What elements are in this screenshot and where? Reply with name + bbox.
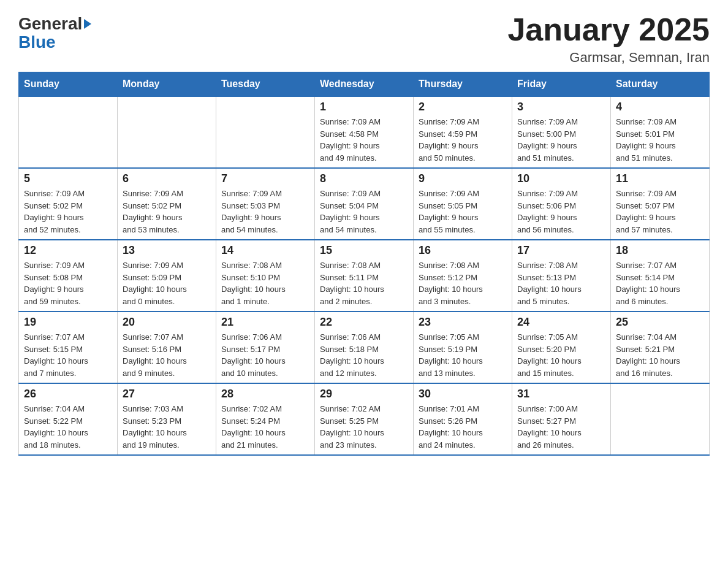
calendar-cell: 21Sunrise: 7:06 AM Sunset: 5:17 PM Dayli…	[216, 312, 315, 383]
calendar-cell	[216, 96, 315, 168]
calendar-cell: 23Sunrise: 7:05 AM Sunset: 5:19 PM Dayli…	[414, 312, 512, 383]
day-number: 4	[616, 101, 704, 113]
day-info: Sunrise: 7:09 AM Sunset: 5:07 PM Dayligh…	[616, 188, 704, 236]
page-header: General Blue January 2025 Garmsar, Semna…	[18, 12, 710, 66]
calendar-cell	[611, 383, 710, 455]
day-number: 13	[123, 244, 211, 257]
calendar-cell: 6Sunrise: 7:09 AM Sunset: 5:02 PM Daylig…	[118, 168, 216, 240]
day-info: Sunrise: 7:02 AM Sunset: 5:24 PM Dayligh…	[221, 403, 309, 451]
calendar-cell: 16Sunrise: 7:08 AM Sunset: 5:12 PM Dayli…	[414, 240, 512, 312]
calendar-cell: 11Sunrise: 7:09 AM Sunset: 5:07 PM Dayli…	[611, 168, 710, 240]
day-info: Sunrise: 7:01 AM Sunset: 5:26 PM Dayligh…	[419, 403, 507, 451]
calendar-week-row: 12Sunrise: 7:09 AM Sunset: 5:08 PM Dayli…	[19, 240, 710, 312]
calendar-cell: 30Sunrise: 7:01 AM Sunset: 5:26 PM Dayli…	[414, 383, 512, 455]
day-number: 16	[419, 244, 507, 257]
logo-general: General	[18, 15, 82, 33]
day-info: Sunrise: 7:07 AM Sunset: 5:16 PM Dayligh…	[123, 331, 211, 379]
day-number: 17	[517, 244, 605, 257]
day-number: 30	[419, 388, 507, 400]
logo-triangle-icon	[84, 19, 91, 29]
calendar-cell: 5Sunrise: 7:09 AM Sunset: 5:02 PM Daylig…	[19, 168, 118, 240]
calendar-cell: 29Sunrise: 7:02 AM Sunset: 5:25 PM Dayli…	[315, 383, 414, 455]
day-info: Sunrise: 7:04 AM Sunset: 5:22 PM Dayligh…	[24, 403, 112, 451]
day-info: Sunrise: 7:09 AM Sunset: 5:02 PM Dayligh…	[123, 188, 211, 236]
calendar-cell: 27Sunrise: 7:03 AM Sunset: 5:23 PM Dayli…	[118, 383, 216, 455]
day-info: Sunrise: 7:08 AM Sunset: 5:10 PM Dayligh…	[221, 259, 309, 307]
day-info: Sunrise: 7:05 AM Sunset: 5:20 PM Dayligh…	[517, 331, 605, 379]
day-number: 20	[123, 316, 211, 329]
weekday-header-saturday: Saturday	[611, 72, 710, 97]
day-info: Sunrise: 7:05 AM Sunset: 5:19 PM Dayligh…	[419, 331, 507, 379]
day-info: Sunrise: 7:02 AM Sunset: 5:25 PM Dayligh…	[320, 403, 408, 451]
weekday-header-thursday: Thursday	[414, 72, 512, 97]
weekday-header-monday: Monday	[118, 72, 216, 97]
day-info: Sunrise: 7:08 AM Sunset: 5:12 PM Dayligh…	[419, 259, 507, 307]
calendar-cell: 31Sunrise: 7:00 AM Sunset: 5:27 PM Dayli…	[512, 383, 611, 455]
calendar-cell: 10Sunrise: 7:09 AM Sunset: 5:06 PM Dayli…	[512, 168, 611, 240]
day-number: 11	[616, 172, 704, 185]
calendar-cell: 26Sunrise: 7:04 AM Sunset: 5:22 PM Dayli…	[19, 383, 118, 455]
calendar-cell: 18Sunrise: 7:07 AM Sunset: 5:14 PM Dayli…	[611, 240, 710, 312]
day-number: 5	[24, 172, 112, 185]
calendar-cell: 3Sunrise: 7:09 AM Sunset: 5:00 PM Daylig…	[512, 96, 611, 168]
calendar-cell: 12Sunrise: 7:09 AM Sunset: 5:08 PM Dayli…	[19, 240, 118, 312]
calendar-cell: 1Sunrise: 7:09 AM Sunset: 4:58 PM Daylig…	[315, 96, 414, 168]
day-number: 28	[221, 388, 309, 400]
day-number: 10	[517, 172, 605, 185]
title-block: January 2025 Garmsar, Semnan, Iran	[507, 12, 710, 66]
day-info: Sunrise: 7:09 AM Sunset: 5:08 PM Dayligh…	[24, 259, 112, 307]
day-number: 29	[320, 388, 408, 400]
day-info: Sunrise: 7:04 AM Sunset: 5:21 PM Dayligh…	[616, 331, 704, 379]
calendar-week-row: 26Sunrise: 7:04 AM Sunset: 5:22 PM Dayli…	[19, 383, 710, 455]
weekday-header-sunday: Sunday	[19, 72, 118, 97]
calendar-week-row: 19Sunrise: 7:07 AM Sunset: 5:15 PM Dayli…	[19, 312, 710, 383]
calendar-table: SundayMondayTuesdayWednesdayThursdayFrid…	[18, 72, 710, 456]
location-subtitle: Garmsar, Semnan, Iran	[507, 50, 710, 66]
day-info: Sunrise: 7:09 AM Sunset: 4:58 PM Dayligh…	[320, 116, 408, 164]
calendar-cell: 22Sunrise: 7:06 AM Sunset: 5:18 PM Dayli…	[315, 312, 414, 383]
calendar-cell: 24Sunrise: 7:05 AM Sunset: 5:20 PM Dayli…	[512, 312, 611, 383]
day-info: Sunrise: 7:09 AM Sunset: 5:06 PM Dayligh…	[517, 188, 605, 236]
calendar-cell: 20Sunrise: 7:07 AM Sunset: 5:16 PM Dayli…	[118, 312, 216, 383]
calendar-cell: 2Sunrise: 7:09 AM Sunset: 4:59 PM Daylig…	[414, 96, 512, 168]
day-number: 19	[24, 316, 112, 329]
day-number: 9	[419, 172, 507, 185]
calendar-cell: 8Sunrise: 7:09 AM Sunset: 5:04 PM Daylig…	[315, 168, 414, 240]
day-number: 24	[517, 316, 605, 329]
day-info: Sunrise: 7:03 AM Sunset: 5:23 PM Dayligh…	[123, 403, 211, 451]
day-number: 7	[221, 172, 309, 185]
day-info: Sunrise: 7:09 AM Sunset: 5:01 PM Dayligh…	[616, 116, 704, 164]
calendar-week-row: 1Sunrise: 7:09 AM Sunset: 4:58 PM Daylig…	[19, 96, 710, 168]
day-number: 23	[419, 316, 507, 329]
calendar-cell: 14Sunrise: 7:08 AM Sunset: 5:10 PM Dayli…	[216, 240, 315, 312]
day-number: 15	[320, 244, 408, 257]
day-info: Sunrise: 7:09 AM Sunset: 5:05 PM Dayligh…	[419, 188, 507, 236]
day-number: 14	[221, 244, 309, 257]
calendar-cell: 13Sunrise: 7:09 AM Sunset: 5:09 PM Dayli…	[118, 240, 216, 312]
day-info: Sunrise: 7:07 AM Sunset: 5:15 PM Dayligh…	[24, 331, 112, 379]
day-number: 22	[320, 316, 408, 329]
calendar-cell: 19Sunrise: 7:07 AM Sunset: 5:15 PM Dayli…	[19, 312, 118, 383]
day-info: Sunrise: 7:08 AM Sunset: 5:13 PM Dayligh…	[517, 259, 605, 307]
day-number: 3	[517, 101, 605, 113]
day-info: Sunrise: 7:09 AM Sunset: 5:03 PM Dayligh…	[221, 188, 309, 236]
day-info: Sunrise: 7:09 AM Sunset: 5:04 PM Dayligh…	[320, 188, 408, 236]
calendar-cell	[19, 96, 118, 168]
day-number: 21	[221, 316, 309, 329]
weekday-header-tuesday: Tuesday	[216, 72, 315, 97]
calendar-week-row: 5Sunrise: 7:09 AM Sunset: 5:02 PM Daylig…	[19, 168, 710, 240]
day-info: Sunrise: 7:09 AM Sunset: 5:09 PM Dayligh…	[123, 259, 211, 307]
calendar-cell: 7Sunrise: 7:09 AM Sunset: 5:03 PM Daylig…	[216, 168, 315, 240]
day-info: Sunrise: 7:09 AM Sunset: 5:00 PM Dayligh…	[517, 116, 605, 164]
day-number: 26	[24, 388, 112, 400]
weekday-header-wednesday: Wednesday	[315, 72, 414, 97]
day-info: Sunrise: 7:09 AM Sunset: 5:02 PM Dayligh…	[24, 188, 112, 236]
day-info: Sunrise: 7:09 AM Sunset: 4:59 PM Dayligh…	[419, 116, 507, 164]
logo: General Blue	[18, 12, 91, 52]
calendar-cell: 28Sunrise: 7:02 AM Sunset: 5:24 PM Dayli…	[216, 383, 315, 455]
day-number: 25	[616, 316, 704, 329]
calendar-cell: 15Sunrise: 7:08 AM Sunset: 5:11 PM Dayli…	[315, 240, 414, 312]
calendar-header-row: SundayMondayTuesdayWednesdayThursdayFrid…	[19, 72, 710, 97]
day-number: 2	[419, 101, 507, 113]
weekday-header-friday: Friday	[512, 72, 611, 97]
